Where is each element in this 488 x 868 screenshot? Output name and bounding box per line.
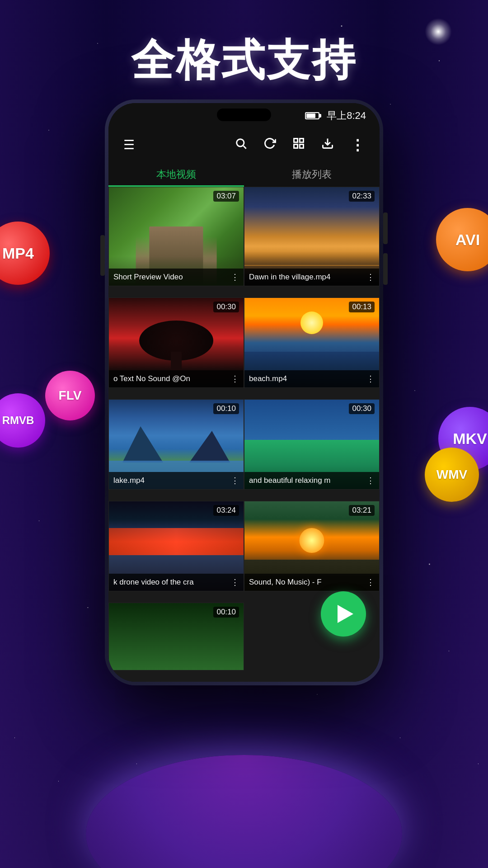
video-duration: 00:13	[349, 302, 375, 312]
svg-rect-3	[300, 139, 303, 142]
tab-playlist[interactable]: 播放列表	[244, 162, 380, 187]
more-icon[interactable]: ⋮	[347, 133, 368, 157]
grid-icon[interactable]	[289, 133, 309, 156]
phone-screen: 早上8:24 ☰	[108, 103, 380, 682]
video-title-bar: beach.mp4 ⋮	[244, 370, 379, 387]
video-title: Dawn in the village.mp4	[249, 273, 364, 282]
video-duration: 03:21	[349, 505, 375, 516]
tab-local-video[interactable]: 本地视频	[108, 162, 244, 187]
volume-up-button[interactable]	[383, 212, 388, 244]
video-menu-icon[interactable]: ⋮	[366, 272, 375, 282]
refresh-icon[interactable]	[260, 133, 280, 156]
phone-frame: 早上8:24 ☰	[105, 99, 383, 685]
video-title-bar: Sound, No Music) - F ⋮	[244, 574, 379, 591]
video-title: lake.mp4	[113, 476, 228, 485]
video-title-bar: k drone video of the cra ⋮	[109, 574, 244, 591]
svg-rect-4	[294, 144, 298, 148]
download-icon[interactable]	[318, 133, 338, 156]
video-duration: 00:10	[213, 607, 239, 618]
video-item[interactable]: 00:30 and beautiful relaxing m ⋮	[244, 399, 380, 490]
tabs-bar: 本地视频 播放列表	[108, 162, 380, 187]
video-menu-icon[interactable]: ⋮	[366, 476, 375, 486]
video-item[interactable]: 02:33 Dawn in the village.mp4 ⋮	[244, 187, 380, 286]
video-duration: 03:24	[213, 505, 239, 516]
wmv-bubble: WMV	[425, 448, 479, 502]
video-title-bar: Dawn in the village.mp4 ⋮	[244, 269, 379, 286]
page-title: 全格式支持	[0, 32, 488, 90]
volume-down-button[interactable]	[383, 253, 388, 285]
video-title: o Text No Sound @On	[113, 374, 228, 383]
video-duration: 00:30	[349, 403, 375, 414]
video-title: Sound, No Music) - F	[249, 578, 364, 587]
video-title-bar: lake.mp4 ⋮	[109, 472, 244, 489]
status-time: 早上8:24	[327, 109, 366, 123]
video-item[interactable]: 03:24 k drone video of the cra ⋮	[108, 501, 244, 591]
video-item[interactable]: 00:10 lake.mp4 ⋮	[108, 399, 244, 490]
camera-notch	[217, 108, 271, 121]
video-duration: 02:33	[349, 191, 375, 202]
video-menu-icon[interactable]: ⋮	[366, 374, 375, 384]
svg-point-0	[237, 139, 244, 146]
video-title-bar: and beautiful relaxing m ⋮	[244, 472, 379, 489]
toolbar: ☰	[108, 128, 380, 162]
video-title: k drone video of the cra	[113, 578, 228, 587]
play-icon	[338, 605, 353, 623]
power-button[interactable]	[100, 235, 105, 276]
svg-rect-5	[300, 144, 303, 148]
video-title-bar: Short Preview Video ⋮	[109, 269, 244, 286]
video-menu-icon[interactable]: ⋮	[231, 577, 239, 587]
video-item[interactable]: 00:10	[108, 603, 244, 670]
video-menu-icon[interactable]: ⋮	[231, 272, 239, 282]
toolbar-right-icons: ⋮	[231, 133, 368, 157]
video-item[interactable]: 00:13 beach.mp4 ⋮	[244, 297, 380, 388]
video-item[interactable]: 03:21 Sound, No Music) - F ⋮	[244, 501, 380, 591]
svg-line-1	[244, 146, 246, 149]
battery-icon	[305, 112, 319, 119]
video-title-bar: o Text No Sound @On ⋮	[109, 370, 244, 387]
video-duration: 00:10	[213, 403, 239, 414]
svg-rect-2	[294, 139, 298, 142]
video-menu-icon[interactable]: ⋮	[231, 374, 239, 384]
video-menu-icon[interactable]: ⋮	[231, 476, 239, 486]
video-item[interactable]: 03:07 Short Preview Video ⋮	[108, 187, 244, 286]
video-title: Short Preview Video	[113, 273, 228, 282]
video-title: and beautiful relaxing m	[249, 476, 364, 485]
menu-icon[interactable]: ☰	[120, 134, 138, 156]
video-menu-icon[interactable]: ⋮	[366, 577, 375, 587]
video-duration: 00:30	[213, 302, 239, 312]
video-duration: 03:07	[213, 191, 239, 202]
flv-bubble: FLV	[45, 371, 95, 420]
play-fab-button[interactable]	[321, 591, 366, 637]
search-icon[interactable]	[231, 133, 251, 156]
video-item[interactable]: 00:30 o Text No Sound @On ⋮	[108, 297, 244, 388]
video-title: beach.mp4	[249, 374, 364, 383]
